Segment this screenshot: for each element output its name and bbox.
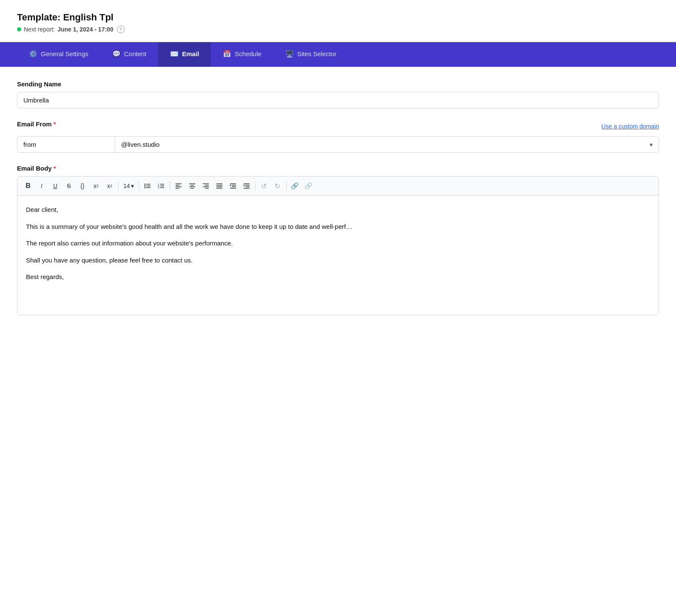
email-from-label: Email From * xyxy=(17,120,56,128)
status-dot xyxy=(17,27,21,31)
content-icon: 💬 xyxy=(112,50,121,58)
next-report-date: June 1, 2024 - 17:00 xyxy=(57,26,114,33)
editor-toolbar: B I U S {} x2 x2 14 ▾ 1.2.3. xyxy=(17,177,659,196)
align-right-button[interactable] xyxy=(199,180,212,192)
indent-decrease-button[interactable] xyxy=(227,180,239,192)
email-body-section: Email Body * B I U S {} x2 x2 14 ▾ xyxy=(17,165,659,315)
font-size-button[interactable]: 14 ▾ xyxy=(121,180,136,192)
email-from-section: Email From * Use a custom domain @liven.… xyxy=(17,120,659,153)
tab-email-label: Email xyxy=(182,50,199,57)
subscript-button[interactable]: x2 xyxy=(103,180,116,192)
email-body-line-3: The report also carries out information … xyxy=(26,238,650,249)
required-marker-body: * xyxy=(54,165,56,172)
tab-sites-selector-label: Sites Selector xyxy=(297,50,337,57)
custom-domain-link[interactable]: Use a custom domain xyxy=(602,123,659,130)
editor-body[interactable]: Dear client, This is a summary of your w… xyxy=(17,196,659,315)
required-marker: * xyxy=(54,121,56,128)
main-content: Sending Name Email From * Use a custom d… xyxy=(0,67,676,341)
sending-name-input[interactable] xyxy=(17,92,659,108)
sites-icon: 🖥️ xyxy=(285,50,294,58)
tab-navigation: ⚙️ General Settings 💬 Content ✉️ Email 📅… xyxy=(0,42,676,67)
bullet-list-button[interactable] xyxy=(141,180,154,192)
svg-text:3.: 3. xyxy=(158,186,160,189)
italic-button[interactable]: I xyxy=(35,180,48,192)
tab-sites-selector[interactable]: 🖥️ Sites Selector xyxy=(273,42,349,67)
next-report-row: Next report: June 1, 2024 - 17:00 ? xyxy=(17,26,659,33)
from-input[interactable] xyxy=(17,137,115,152)
tab-email[interactable]: ✉️ Email xyxy=(158,42,211,67)
email-body-line-2: This is a summary of your website's good… xyxy=(26,221,650,232)
tab-content-label: Content xyxy=(124,50,147,57)
email-icon: ✉️ xyxy=(170,50,179,58)
svg-point-0 xyxy=(144,184,145,185)
email-body-line-5: Best regards, xyxy=(26,271,650,282)
justify-button[interactable] xyxy=(213,180,226,192)
email-body-label: Email Body * xyxy=(17,165,659,172)
redo-button[interactable]: ↻ xyxy=(271,180,284,192)
font-size-chevron: ▾ xyxy=(131,183,134,189)
page-header: Template: English Tpl Next report: June … xyxy=(0,0,676,42)
tab-general-settings-label: General Settings xyxy=(41,50,88,57)
email-body-line-1: Dear client, xyxy=(26,204,650,215)
tab-content[interactable]: 💬 Content xyxy=(100,42,159,67)
separator-5 xyxy=(286,182,287,190)
page-title: Template: English Tpl xyxy=(17,12,659,23)
tab-general-settings[interactable]: ⚙️ General Settings xyxy=(17,42,100,67)
schedule-icon: 📅 xyxy=(223,50,231,58)
indent-increase-button[interactable] xyxy=(240,180,253,192)
tab-schedule-label: Schedule xyxy=(235,50,261,57)
tab-schedule[interactable]: 📅 Schedule xyxy=(211,42,273,67)
separator-3 xyxy=(170,182,170,190)
separator-2 xyxy=(139,182,139,190)
help-icon[interactable]: ? xyxy=(117,26,125,33)
strikethrough-button[interactable]: S xyxy=(62,180,75,192)
code-button[interactable]: {} xyxy=(76,180,89,192)
domain-select-wrapper: @liven.studio ▾ xyxy=(115,137,659,152)
separator-1 xyxy=(118,182,119,190)
svg-point-2 xyxy=(144,185,145,187)
bold-button[interactable]: B xyxy=(22,180,34,192)
align-left-button[interactable] xyxy=(172,180,185,192)
align-center-button[interactable] xyxy=(186,180,199,192)
link-button[interactable]: 🔗 xyxy=(289,180,301,192)
underline-button[interactable]: U xyxy=(49,180,62,192)
email-from-row: @liven.studio ▾ xyxy=(17,136,659,153)
editor-container: B I U S {} x2 x2 14 ▾ 1.2.3. xyxy=(17,176,659,315)
email-body-line-4: Shall you have any question, please feel… xyxy=(26,255,650,266)
ordered-list-button[interactable]: 1.2.3. xyxy=(155,180,168,192)
email-from-header: Email From * Use a custom domain xyxy=(17,120,659,132)
sending-name-section: Sending Name xyxy=(17,80,659,108)
separator-4 xyxy=(255,182,256,190)
undo-button[interactable]: ↺ xyxy=(258,180,270,192)
gear-icon: ⚙️ xyxy=(29,50,37,58)
svg-point-4 xyxy=(144,187,145,188)
unlink-button[interactable]: 🔗 xyxy=(302,180,315,192)
next-report-label: Next report: xyxy=(24,26,55,33)
sending-name-label: Sending Name xyxy=(17,80,659,88)
superscript-button[interactable]: x2 xyxy=(90,180,102,192)
domain-select[interactable]: @liven.studio xyxy=(115,137,659,152)
